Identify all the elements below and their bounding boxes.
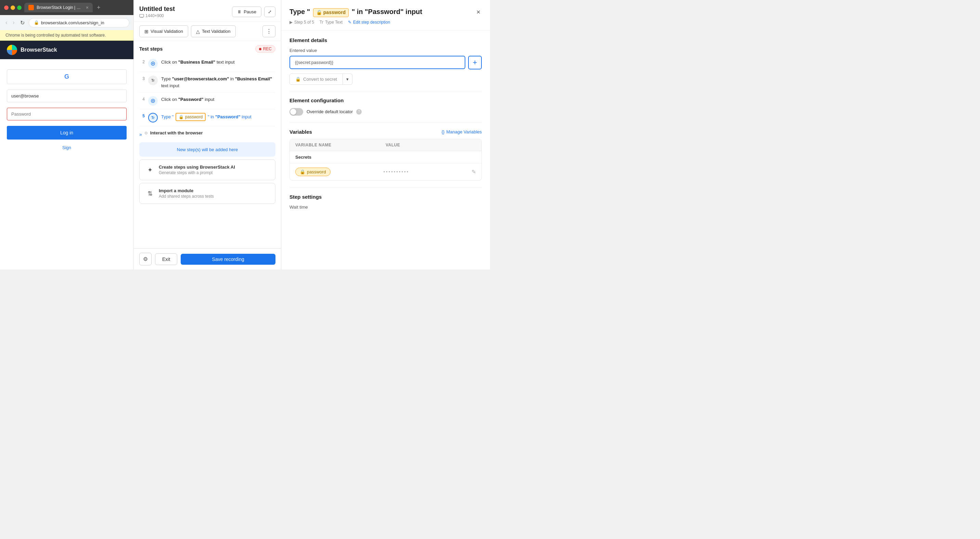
element-details-title: Element details — [290, 37, 482, 43]
refresh-button[interactable]: ↻ — [19, 18, 26, 27]
back-button[interactable]: ‹ — [4, 18, 8, 27]
svg-point-8 — [152, 100, 154, 101]
var-col-val: VALUE — [386, 143, 476, 147]
secrets-label: Secrets — [290, 151, 482, 163]
right-panel-header: Type " 🔒 password " in "Password" input … — [281, 0, 490, 30]
browser-toolbar: ‹ › ↻ 🔒 browserstack.com/users/sign_in — [0, 15, 134, 30]
test-title: Untitled test — [139, 5, 175, 13]
login-button[interactable]: Log in — [7, 126, 127, 140]
panel-footer: ⚙ Exit Save recording — [134, 248, 281, 270]
bs-logo — [7, 45, 17, 55]
ai-action-title: Create steps using BrowserStack AI — [159, 165, 270, 170]
override-row: Override default locator ? — [290, 108, 482, 116]
secret-var-badge: 🔒 password — [295, 168, 331, 176]
text-icon: △ — [196, 29, 200, 34]
help-icon[interactable]: ? — [356, 109, 362, 114]
ai-action-card[interactable]: ✦ Create steps using BrowserStack AI Gen… — [139, 159, 275, 180]
tab-title: BrowserStack Login | Sign In... — [37, 5, 83, 10]
test-dims: 1440×900 — [139, 13, 175, 18]
chevron-double-icon: » — [139, 132, 142, 137]
entered-value-input[interactable] — [290, 56, 465, 69]
add-value-button[interactable]: + — [468, 56, 482, 70]
text-validation-tab[interactable]: △ Text Validation — [191, 25, 236, 37]
settings-button[interactable]: ⚙ — [139, 253, 151, 265]
new-tab-button[interactable]: + — [97, 4, 100, 11]
login-area: G Log in Sign — [0, 59, 134, 270]
visual-validation-tab[interactable]: ⊞ Visual Validation — [139, 25, 188, 37]
wait-time-label: Wait time — [290, 205, 482, 210]
panel-header: Untitled test 1440×900 ⏸ Pause ⤢ — [134, 0, 281, 22]
steps-header: Test steps REC — [134, 41, 281, 55]
variables-table: VARIABLE NAME VALUE Secrets 🔒 password •… — [290, 139, 482, 181]
entered-value-label: Entered value — [290, 48, 482, 53]
close-button[interactable]: × — [475, 7, 482, 17]
svg-point-0 — [30, 6, 32, 9]
email-input[interactable] — [7, 90, 127, 102]
interact-label: Interact with the browser — [150, 128, 203, 138]
step-settings-section: Step settings Wait time — [290, 194, 482, 210]
override-toggle[interactable] — [290, 108, 303, 116]
step-bullet — [145, 132, 148, 135]
right-panel: Type " 🔒 password " in "Password" input … — [281, 0, 490, 270]
import-action-card[interactable]: ⇅ Import a module Add shared steps acros… — [139, 183, 275, 204]
tab-favicon — [29, 5, 34, 10]
minimize-traffic-light[interactable] — [11, 5, 15, 10]
variables-section: Variables {} Manage Variables VARIABLE N… — [290, 129, 482, 181]
import-action-title: Import a module — [159, 188, 270, 193]
vars-icon: {} — [441, 129, 444, 135]
google-icon: G — [64, 73, 69, 80]
vars-title: Variables — [290, 129, 312, 135]
edit-icon: ✎ — [348, 20, 352, 25]
traffic-lights — [4, 5, 22, 10]
manage-variables-link[interactable]: {} Manage Variables — [441, 129, 482, 135]
pause-button[interactable]: ⏸ Pause — [232, 6, 261, 17]
step-item[interactable]: 3 Tr Type "user@browserstack.com" in "Bu… — [139, 72, 275, 93]
step-item[interactable]: 4 Click on "Password" input — [139, 93, 275, 109]
edit-var-icon[interactable]: ✎ — [471, 169, 476, 175]
more-options-button[interactable]: ⋮ — [262, 25, 275, 37]
forward-button[interactable]: › — [11, 18, 16, 27]
import-icon: ⇅ — [145, 189, 155, 198]
step-meta-type: Tr Type Text — [320, 20, 342, 25]
browser-title-bar: BrowserStack Login | Sign In... × + — [0, 0, 134, 15]
element-config-section: Element configuration Override default l… — [290, 97, 482, 116]
rec-dot — [259, 48, 261, 50]
browser-tab[interactable]: BrowserStack Login | Sign In... × — [24, 3, 93, 12]
address-bar[interactable]: 🔒 browserstack.com/users/sign_in — [29, 18, 129, 27]
var-value: •••••••••• — [383, 169, 472, 174]
tab-close-icon[interactable]: × — [86, 5, 89, 10]
close-traffic-light[interactable] — [4, 5, 8, 10]
step-item[interactable]: 2 Click on "Business Email" text input — [139, 55, 275, 72]
edit-step-desc-link[interactable]: ✎ Edit step description — [348, 20, 390, 25]
automated-banner: Chrome is being controlled by automated … — [0, 30, 134, 41]
step-content: Click on "Business Email" text input — [161, 59, 275, 66]
right-panel-title: Type " 🔒 password " in "Password" input — [290, 7, 422, 17]
save-recording-button[interactable]: Save recording — [181, 254, 275, 265]
maximize-traffic-light[interactable] — [17, 5, 22, 10]
lock-icon: 🔒 — [300, 169, 305, 174]
secret-badge: 🔒 password — [175, 113, 206, 121]
bs-name: BrowserStack — [21, 47, 57, 53]
step-number: 3 — [139, 76, 145, 81]
convert-to-secret-button[interactable]: 🔒 Convert to secret — [290, 73, 343, 85]
sign-link[interactable]: Sign — [62, 145, 71, 150]
step-item-active[interactable]: 5 Tr Type " 🔒 password " in "Password" i… — [139, 109, 275, 126]
vars-row: 🔒 password •••••••••• ✎ — [290, 163, 482, 180]
step-icon-type: Tr — [148, 76, 158, 85]
expand-button[interactable]: ⤢ — [264, 6, 275, 17]
address-text: browserstack.com/users/sign_in — [41, 20, 104, 25]
var-col-name: VARIABLE NAME — [295, 143, 386, 147]
exit-button[interactable]: Exit — [155, 254, 177, 265]
steps-list: 2 Click on "Business Email" text input 3… — [134, 55, 281, 248]
rec-badge: REC — [255, 45, 275, 53]
google-login-button[interactable]: G — [7, 70, 127, 84]
middle-panel: Untitled test 1440×900 ⏸ Pause ⤢ ⊞ Visua… — [134, 0, 281, 270]
step-number: 5 — [139, 114, 145, 118]
convert-secret-chevron[interactable]: ▾ — [343, 73, 352, 85]
right-body: Element details Entered value + 🔒 Conver… — [281, 30, 490, 270]
password-input[interactable] — [7, 108, 127, 120]
step-number: 2 — [139, 60, 145, 64]
import-action-info: Import a module Add shared steps across … — [159, 188, 270, 199]
validation-tabs: ⊞ Visual Validation △ Text Validation ⋮ — [134, 22, 281, 41]
step-icon-click — [148, 96, 158, 106]
